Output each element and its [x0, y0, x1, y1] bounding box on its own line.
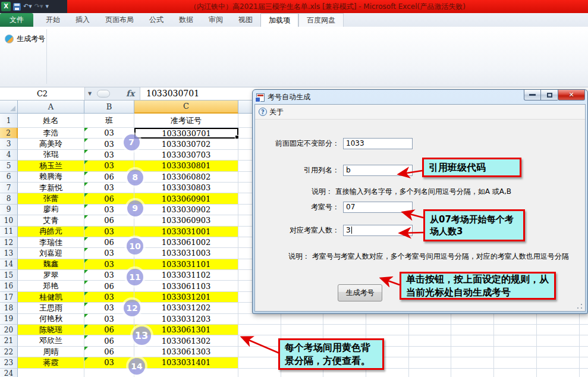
cell-C24[interactable]: [134, 369, 238, 377]
row-header-13[interactable]: 13: [0, 248, 18, 259]
cell-A19[interactable]: 何艳秋: [18, 314, 84, 325]
cell-A20[interactable]: 陈晓瑶: [18, 325, 84, 335]
redo-icon[interactable]: ↷▾: [34, 0, 43, 13]
cell-A2[interactable]: 李浩: [18, 128, 84, 139]
cell-C19[interactable]: 1033031203: [134, 314, 238, 325]
row-header-23[interactable]: 23: [0, 357, 18, 368]
row-header-8[interactable]: 8: [0, 193, 18, 204]
tab-插入[interactable]: 插入: [68, 13, 98, 27]
row-header-16[interactable]: 16: [0, 281, 18, 291]
tab-百度网盘[interactable]: 百度网盘: [298, 13, 344, 27]
cell-C5[interactable]: 1033030801: [134, 161, 238, 171]
row-header-10[interactable]: 10: [0, 215, 18, 226]
row-header-17[interactable]: 17: [0, 292, 18, 303]
row-header-18[interactable]: 18: [0, 303, 18, 313]
cell-C22[interactable]: 1033061303: [134, 347, 238, 357]
cell-B10[interactable]: 06: [84, 215, 134, 226]
row-header-1[interactable]: 1: [0, 114, 18, 128]
minimize-button[interactable]: [524, 90, 541, 100]
room-number-input[interactable]: 07: [343, 202, 413, 213]
row-header-5[interactable]: 5: [0, 161, 18, 171]
cell-A18[interactable]: 王思雨: [18, 303, 84, 313]
cell-B22[interactable]: 06: [84, 347, 134, 357]
room-capacity-input[interactable]: 3: [343, 225, 413, 236]
formula-bar-collapse-button[interactable]: [97, 90, 110, 98]
generate-examno-command[interactable]: 生成考号: [2, 33, 48, 45]
maximize-button[interactable]: [541, 90, 558, 100]
tab-file[interactable]: 文件: [0, 13, 33, 27]
cell-C9[interactable]: 1033030902: [134, 205, 238, 215]
row-header-6[interactable]: 6: [0, 172, 18, 183]
cell-A22[interactable]: 周晴: [18, 347, 84, 357]
cell-B19[interactable]: 03: [84, 314, 134, 325]
cell-C2[interactable]: 1033030701: [134, 128, 238, 139]
cell-B24[interactable]: [84, 369, 134, 377]
cell-B7[interactable]: 03: [84, 183, 134, 193]
cell-C7[interactable]: 1033030803: [134, 183, 238, 193]
tab-页面布局[interactable]: 页面布局: [98, 13, 142, 27]
cell-A6[interactable]: 赖腾海: [18, 172, 84, 183]
cell-A5[interactable]: 杨玉兰: [18, 161, 84, 171]
fx-icon[interactable]: fx: [126, 87, 139, 100]
row-header-11[interactable]: 11: [0, 227, 18, 237]
tab-公式[interactable]: 公式: [142, 13, 171, 27]
title-bar[interactable]: X ↶▾ ↷▾ ▾ （内江铁中）高2021届三模学生名单.xls [兼容模式] …: [0, 0, 588, 13]
cell-A8[interactable]: 张蕾: [18, 193, 84, 204]
namebox-dropdown-icon[interactable]: ▼: [86, 87, 94, 100]
cell-B4[interactable]: 03: [84, 150, 134, 161]
cell-B20[interactable]: 06: [84, 325, 134, 335]
save-icon[interactable]: [13, 3, 21, 11]
undo-icon[interactable]: ↶▾: [23, 0, 32, 13]
cell-C6[interactable]: 1033060802: [134, 172, 238, 183]
generate-button[interactable]: 生成考号: [338, 284, 382, 301]
cell-C8[interactable]: 1033060901: [134, 193, 238, 204]
qat-customize-icon[interactable]: ▾: [46, 0, 49, 13]
cell-B16[interactable]: 06: [84, 281, 134, 291]
cell-A7[interactable]: 李新悦: [18, 183, 84, 193]
cell-A17[interactable]: 桂健凯: [18, 292, 84, 303]
row-header-21[interactable]: 21: [0, 335, 18, 346]
cell-A13[interactable]: 刘嘉迎: [18, 248, 84, 259]
cell-C12[interactable]: 1033061002: [134, 237, 238, 248]
name-box[interactable]: C2: [0, 87, 85, 100]
col-header-B[interactable]: B: [84, 100, 134, 114]
resize-grip[interactable]: [577, 303, 583, 309]
cell-A14[interactable]: 魏鑫: [18, 259, 84, 270]
cell-C1[interactable]: 准考证号: [134, 114, 238, 128]
row-header-14[interactable]: 14: [0, 259, 18, 270]
close-button[interactable]: ✕: [558, 90, 585, 100]
cell-A9[interactable]: 廖莉: [18, 205, 84, 215]
tab-开始[interactable]: 开始: [38, 13, 68, 27]
cell-A11[interactable]: 冉皓元: [18, 227, 84, 237]
column-name-input[interactable]: b: [343, 165, 413, 176]
cell-C16[interactable]: 1033061103: [134, 281, 238, 291]
row-header-19[interactable]: 19: [0, 314, 18, 325]
dialog-title-bar[interactable]: 考号自动生成: [256, 92, 310, 102]
cell-B1[interactable]: 班: [84, 114, 134, 128]
row-header-9[interactable]: 9: [0, 205, 18, 215]
cell-C15[interactable]: 1033031102: [134, 270, 238, 281]
cell-C23[interactable]: 1033031401: [134, 357, 238, 368]
menu-about[interactable]: 关于: [269, 107, 284, 117]
tab-视图[interactable]: 视图: [231, 13, 260, 27]
row-header-3[interactable]: 3: [0, 139, 18, 149]
cell-A24[interactable]: [18, 369, 84, 377]
cell-B8[interactable]: 06: [84, 193, 134, 204]
cell-B21[interactable]: 06: [84, 335, 134, 346]
cell-A1[interactable]: 姓名: [18, 114, 84, 128]
cell-A23[interactable]: 蒋霞: [18, 357, 84, 368]
excel-logo-icon[interactable]: X: [1, 2, 11, 11]
row-header-2[interactable]: 2: [0, 128, 18, 139]
row-header-22[interactable]: 22: [0, 347, 18, 357]
row-header-7[interactable]: 7: [0, 183, 18, 193]
select-all-corner[interactable]: [0, 100, 18, 114]
cell-A4[interactable]: 张琨: [18, 150, 84, 161]
row-header-12[interactable]: 12: [0, 237, 18, 248]
cell-C14[interactable]: 1033031101: [134, 259, 238, 270]
row-header-15[interactable]: 15: [0, 270, 18, 281]
cell-A3[interactable]: 高美玲: [18, 139, 84, 149]
cell-B5[interactable]: 03: [84, 161, 134, 171]
cell-B14[interactable]: 03: [84, 259, 134, 270]
row-header-24[interactable]: 24: [0, 369, 18, 377]
cell-A15[interactable]: 罗翠: [18, 270, 84, 281]
